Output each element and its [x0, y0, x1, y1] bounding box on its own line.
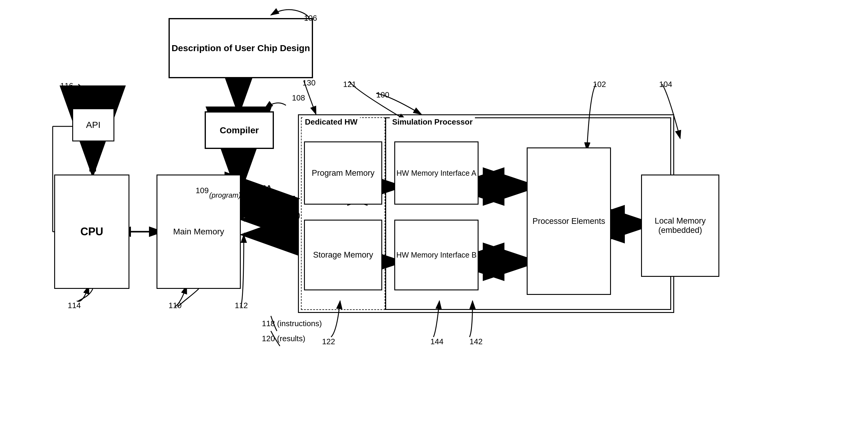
compiler-label: Compiler — [220, 125, 259, 135]
storage-memory-box: Storage Memory — [304, 220, 382, 290]
dedicated-hw-label: Dedicated HW — [303, 117, 360, 127]
ref-110: 110 — [168, 301, 182, 310]
program-memory-box: Program Memory — [304, 142, 382, 205]
program-label: (program) — [209, 191, 241, 199]
ref-122: 122 — [322, 337, 335, 346]
ref-108: 108 — [292, 93, 305, 103]
hw-memory-interface-a-label: HW Memory Interface A — [396, 169, 476, 178]
ref-112: 112 — [235, 301, 248, 310]
description-box: Description of User Chip Design — [168, 18, 313, 78]
dma-label: DMA — [253, 184, 272, 193]
local-memory-label: Local Memory (embedded) — [642, 216, 718, 235]
ref-130: 130 — [303, 78, 315, 88]
ref-104: 104 — [659, 80, 672, 89]
ref-116: 116 — [60, 81, 73, 91]
processor-elements-box: Processor Elements — [527, 148, 611, 295]
api-box: API — [72, 108, 114, 142]
program-memory-label: Program Memory — [312, 168, 375, 178]
ref-142: 142 — [469, 337, 483, 346]
simulation-processor-label: Simulation Processor — [390, 117, 475, 127]
cpu-label: CPU — [80, 225, 103, 238]
ref-109: 109 — [196, 186, 209, 195]
ref-120: 120 (results) — [262, 334, 306, 343]
ref-144: 144 — [430, 337, 443, 346]
dma-optional-label: DMA (Optional) — [247, 211, 300, 220]
processor-elements-label: Processor Elements — [532, 217, 605, 226]
api-label: API — [86, 120, 100, 130]
ref-100: 100 — [376, 90, 389, 100]
cpu-box: CPU — [54, 175, 129, 289]
main-memory-label: Main Memory — [173, 227, 224, 237]
ref-102: 102 — [593, 80, 606, 89]
hw-memory-interface-b-box: HW Memory Interface B — [394, 220, 478, 290]
storage-memory-label: Storage Memory — [313, 250, 373, 260]
hw-memory-interface-b-label: HW Memory Interface B — [396, 251, 477, 259]
diagram: Description of User Chip Design Compiler… — [0, 0, 868, 436]
local-memory-box: Local Memory (embedded) — [641, 175, 719, 277]
description-label: Description of User Chip Design — [172, 43, 310, 53]
ref-114: 114 — [68, 301, 81, 310]
hw-memory-interface-a-box: HW Memory Interface A — [394, 142, 478, 205]
ref-106: 106 — [304, 13, 317, 23]
compiler-box: Compiler — [205, 111, 274, 149]
ref-121: 121 — [343, 80, 356, 89]
ref-118: 118 (instructions) — [262, 319, 322, 328]
